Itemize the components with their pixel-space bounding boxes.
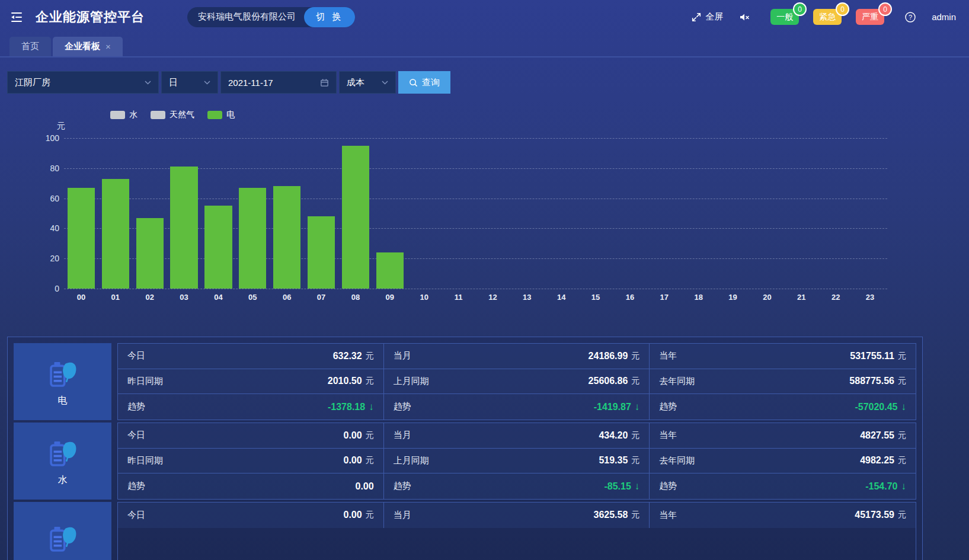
bar-slot [853,138,887,289]
bar-slot [442,138,476,289]
stat-value-wrap: 3625.58 元 [593,510,639,520]
user-menu[interactable]: admin [932,12,956,22]
stat-value-wrap: 0.00 元 [344,430,374,441]
bar-slot [304,138,338,289]
stat-value-wrap: 4982.25 元 [860,455,906,466]
x-tick-label: 19 [716,293,750,302]
stat-cell: 当年 45173.59 元 [650,503,916,528]
site-select[interactable]: 江阴厂房 [7,71,159,94]
energy-card-tile: 水 [14,423,111,500]
bar-电-09 [376,252,404,289]
x-axis: 0001020304050607080910111213141516171819… [64,293,887,302]
stat-cell: 趋势 -154.70 ↓ [650,473,916,499]
bar-电-05 [239,188,266,289]
x-tick-label: 14 [544,293,578,302]
y-tick-label: 20 [50,254,59,263]
x-tick-label: 05 [235,293,270,302]
stat-label: 当年 [659,510,677,521]
fullscreen-icon [691,12,702,23]
x-tick-label: 09 [373,293,407,302]
stat-value: -154.70 [865,481,897,492]
stat-value-wrap: 519.35 元 [599,455,639,466]
x-tick-label: 04 [202,293,236,302]
bar-电-07 [308,216,335,289]
x-tick-label: 16 [613,293,647,302]
stat-cell: 上月同期 519.35 元 [384,449,650,474]
query-button-label: 查询 [422,77,440,88]
stat-unit: 元 [631,455,639,466]
bar-slot [373,138,407,289]
search-icon [409,78,418,87]
fullscreen-button[interactable]: 全屏 [691,11,723,23]
stat-cell: 趋势 -85.15 ↓ [384,473,650,499]
legend-item[interactable]: 天然气 [151,110,194,120]
x-tick-label: 18 [682,293,716,302]
stat-value: 0.00 [344,430,362,441]
plot-bars [64,138,887,289]
filter-bar: 江阴厂房 日 2021-11-17 成本 查询 [0,57,969,94]
menu-fold-icon[interactable] [9,10,24,24]
legend-swatch-icon [207,111,222,119]
stat-label: 趋势 [394,401,411,412]
tab-enterprise-board[interactable]: 企业看板 × [53,37,123,56]
stat-value-wrap: -1419.87 ↓ [594,401,640,413]
date-picker[interactable]: 2021-11-17 [220,71,337,94]
close-icon[interactable]: × [105,41,111,52]
stat-cell: 趋势 0.00 [118,473,384,499]
y-tick-label: 80 [50,164,59,173]
x-tick-label: 08 [338,293,373,302]
stat-cell: 昨日同期 0.00 元 [118,449,384,474]
x-tick-label: 07 [304,293,338,302]
stat-label: 趋势 [394,481,411,492]
stat-label: 当月 [394,510,411,521]
stat-label: 当年 [659,430,677,441]
alarm-badge-urgent[interactable]: 紧急 0 [813,9,842,25]
tab-home[interactable]: 首页 [9,37,51,56]
trend-down-icon: ↓ [635,401,640,413]
alarm-count-bubble: 0 [836,2,849,16]
stat-value-wrap: 0.00 元 [344,510,374,520]
period-select[interactable]: 日 [161,71,218,94]
battery-leaf-icon [46,357,80,391]
bar-电-00 [68,188,95,289]
legend-item[interactable]: 水 [110,110,137,120]
alarm-badge-general[interactable]: 一般 0 [770,9,799,25]
switch-company-button[interactable]: 切 换 [304,7,355,27]
bar-slot [202,138,236,289]
stat-label: 当月 [394,350,411,361]
stat-cell: 今日 0.00 元 [118,423,384,449]
mute-icon[interactable] [738,11,750,23]
x-tick-label: 03 [167,293,202,302]
x-tick-label: 17 [647,293,682,302]
bar-slot [716,138,750,289]
bar-slot [270,138,304,289]
stat-value-wrap: -1378.18 ↓ [328,401,374,413]
stat-value-wrap: -154.70 ↓ [865,481,906,492]
metric-select[interactable]: 成本 [339,71,396,94]
stat-unit: 元 [898,510,906,520]
stat-value-wrap: 2010.50 元 [328,376,374,386]
bar-slot [476,138,510,289]
stat-value-wrap: 434.20 元 [599,430,639,441]
energy-card-tile [14,502,111,560]
help-icon[interactable]: ? [904,11,916,23]
alarm-badge-label: 严重 [862,12,878,23]
bar-slot [682,138,716,289]
bar-slot [235,138,270,289]
y-tick-label: 40 [50,223,59,233]
company-name: 安科瑞电气股份有限公司 [198,11,296,23]
query-button[interactable]: 查询 [398,71,450,94]
bar-slot [510,138,544,289]
x-tick-label: 21 [784,293,818,302]
stat-label: 当月 [394,430,411,441]
y-tick-label: 0 [55,284,59,293]
energy-card: 今日 0.00 元 当月 3625.58 元 当年 45173.59 元 [14,502,916,560]
stat-unit: 元 [366,510,374,520]
tab-label: 首页 [21,41,39,52]
stat-unit: 元 [898,376,906,386]
stat-label: 去年同期 [659,455,695,466]
legend-item[interactable]: 电 [207,110,235,120]
stat-value-wrap: 632.32 元 [333,351,374,361]
bar-电-08 [342,146,369,289]
alarm-badge-critical[interactable]: 严重 0 [856,9,884,25]
